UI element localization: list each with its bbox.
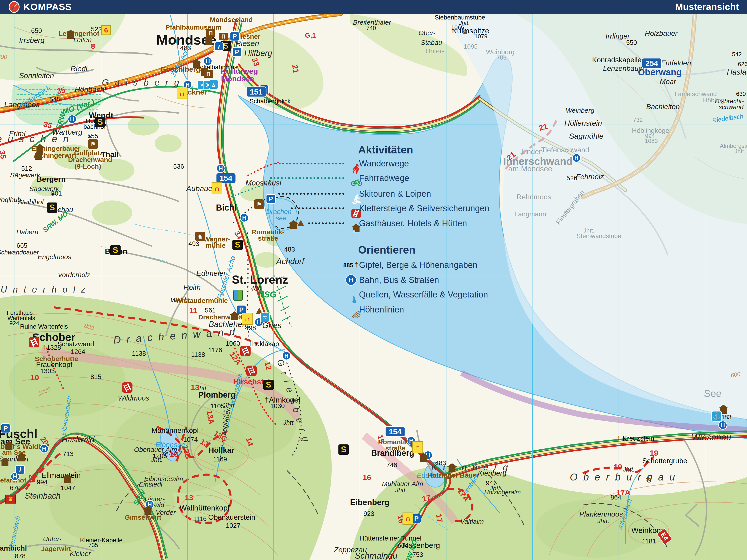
top-bar: KOMPASS Musteransicht xyxy=(0,0,747,14)
map-canvas[interactable]: Mondsee483PfahlbaumuseumMondseelandRiesn… xyxy=(0,0,747,560)
map-base-art xyxy=(0,0,747,560)
brand-name: KOMPASS xyxy=(23,2,72,12)
kompass-logo-icon xyxy=(8,1,20,13)
page-title: Musteransicht xyxy=(675,2,739,12)
brand: KOMPASS xyxy=(8,1,72,13)
page: Mondsee483PfahlbaumuseumMondseelandRiesn… xyxy=(0,0,747,560)
